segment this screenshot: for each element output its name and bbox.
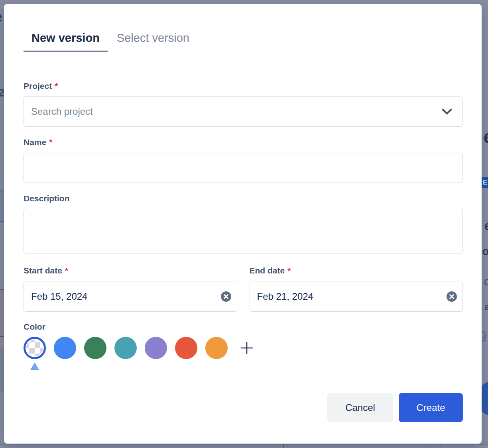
date-row: Start date * End date * bbox=[24, 266, 463, 312]
color-swatch-green[interactable] bbox=[84, 337, 106, 359]
required-asterisk: * bbox=[287, 266, 291, 275]
tab-new-version[interactable]: New version bbox=[24, 31, 108, 52]
color-swatch-row bbox=[24, 337, 463, 359]
bg-fragment-text: e bbox=[484, 219, 488, 233]
project-label-text: Project bbox=[24, 81, 52, 91]
bg-fragment-text: ot bbox=[482, 245, 488, 258]
selected-color-indicator bbox=[30, 362, 39, 370]
end-date-label-text: End date bbox=[250, 266, 285, 275]
bg-fragment-text: e bbox=[0, 9, 2, 26]
bg-timeline-row-red bbox=[0, 289, 4, 337]
color-swatch-red[interactable] bbox=[175, 337, 197, 359]
description-input[interactable] bbox=[24, 209, 463, 253]
required-asterisk: * bbox=[65, 266, 68, 275]
start-date-field: Start date * bbox=[24, 266, 237, 312]
bg-fragment-text: a bbox=[484, 302, 488, 312]
modal-tabs: New version Select version bbox=[24, 4, 463, 52]
required-asterisk: * bbox=[49, 138, 52, 147]
bg-fragment-text: d bbox=[484, 275, 488, 288]
circle-x-icon bbox=[447, 297, 457, 303]
name-input[interactable] bbox=[24, 153, 463, 183]
start-date-clear-button[interactable] bbox=[221, 291, 231, 302]
end-date-clear-button[interactable] bbox=[447, 291, 457, 302]
start-date-label-text: Start date bbox=[24, 266, 62, 275]
end-date-field: End date * bbox=[250, 266, 463, 312]
modal-actions: Cancel Create bbox=[24, 393, 463, 422]
bg-grid-line bbox=[283, 444, 284, 448]
start-date-input[interactable] bbox=[24, 281, 237, 312]
color-field: Color bbox=[24, 322, 463, 359]
description-field: Description bbox=[24, 194, 463, 255]
cancel-button[interactable]: Cancel bbox=[327, 393, 393, 422]
project-select[interactable]: Search project bbox=[24, 96, 463, 127]
end-date-input[interactable] bbox=[250, 281, 463, 312]
color-swatch-transparent[interactable] bbox=[24, 337, 46, 359]
start-date-label: Start date * bbox=[24, 266, 237, 275]
description-label: Description bbox=[24, 194, 463, 203]
end-date-label: End date * bbox=[250, 266, 463, 275]
project-label: Project * bbox=[24, 81, 463, 91]
project-field: Project * Search project bbox=[24, 81, 463, 127]
create-button[interactable]: Create bbox=[399, 393, 463, 422]
color-swatch-purple[interactable] bbox=[145, 337, 167, 359]
bg-grid-line bbox=[430, 444, 431, 448]
description-label-text: Description bbox=[24, 194, 70, 203]
transparent-checker-pattern bbox=[26, 340, 43, 356]
project-select-placeholder: Search project bbox=[31, 106, 93, 117]
color-swatch-orange[interactable] bbox=[205, 337, 228, 359]
bg-fragment-text: e bbox=[483, 126, 488, 147]
name-label: Name * bbox=[24, 138, 463, 147]
bg-timeline-row-dark bbox=[0, 350, 4, 393]
required-asterisk: * bbox=[55, 81, 58, 91]
circle-x-icon bbox=[221, 297, 231, 303]
color-label-text: Color bbox=[24, 322, 45, 332]
tab-select-version[interactable]: Select version bbox=[117, 31, 189, 52]
add-color-button[interactable] bbox=[236, 337, 258, 359]
bg-grid-line bbox=[440, 444, 441, 448]
bg-timeline-row-blue bbox=[0, 191, 4, 222]
color-swatch-blue[interactable] bbox=[54, 337, 76, 359]
color-swatch-teal[interactable] bbox=[114, 337, 137, 359]
bg-fragment-badge: E bbox=[482, 177, 488, 188]
name-field: Name * bbox=[24, 138, 463, 183]
new-version-modal: New version Select version Project * Sea… bbox=[4, 4, 482, 444]
bg-divider-line bbox=[0, 444, 488, 445]
plus-icon bbox=[240, 341, 254, 355]
chevron-down-icon bbox=[442, 108, 452, 115]
name-label-text: Name bbox=[24, 138, 46, 147]
color-label: Color bbox=[24, 322, 463, 332]
